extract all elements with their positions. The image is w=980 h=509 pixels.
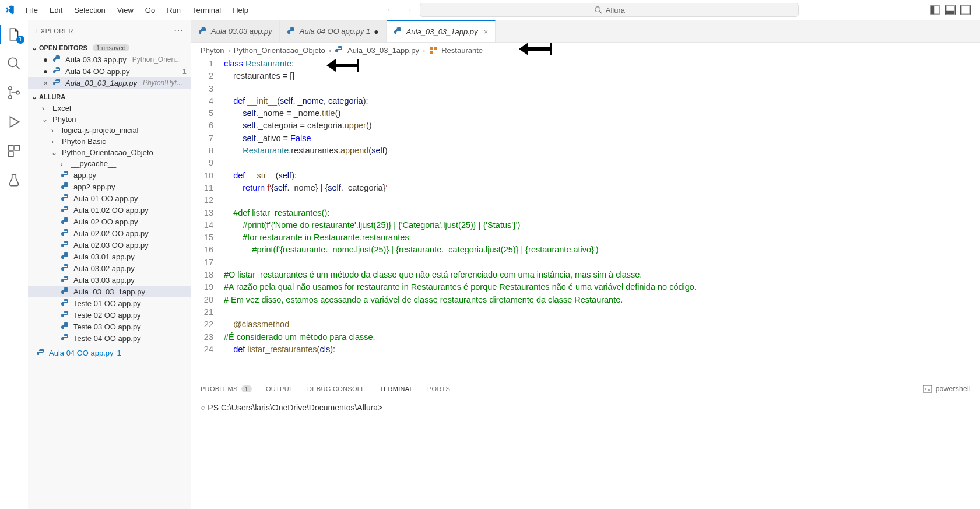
file-item[interactable]: Aula 01 OO app.py [28,192,191,204]
svg-point-15 [55,56,57,57]
svg-point-24 [64,241,65,243]
nav-back-icon[interactable]: ← [385,4,396,16]
titlebar: File Edit Selection View Go Run Terminal… [0,0,980,20]
menu-go[interactable]: Go [139,3,161,17]
file-item[interactable]: Aula_03_03_1app.py [28,286,191,297]
breadcrumb[interactable]: Phyton › Python_Orientacao_Objeto › Aula… [191,43,980,58]
file-item[interactable]: Aula 02 OO app.py [28,216,191,227]
menu-file[interactable]: File [20,3,44,17]
unsaved-badge: 1 unsaved [93,44,129,51]
breadcrumb-segment[interactable]: Python_Orientacao_Objeto [234,46,325,55]
file-item[interactable]: Teste 03 OO app.py [28,321,191,332]
activity-search-icon[interactable] [6,55,22,72]
folder-item[interactable]: ›__pycache__ [28,158,191,169]
python-file-icon [61,182,70,191]
file-item[interactable]: Aula 03.01 app.py [28,251,191,262]
editor-tab[interactable]: Aula 04 OO app.py 1● [280,20,387,42]
menu-run[interactable]: Run [161,3,187,17]
breadcrumb-symbol[interactable]: Restaurante [441,46,483,55]
panel-tab-terminal[interactable]: TERMINAL [380,383,413,395]
svg-point-23 [64,230,65,231]
layout-panel-bottom-icon[interactable] [945,5,956,15]
file-item[interactable]: Aula 03.02 app.py [28,262,191,274]
menu-help[interactable]: Help [227,3,254,17]
activity-explorer-icon[interactable]: 1 [6,26,22,43]
python-file-icon [61,287,70,296]
code-content[interactable]: class Restaurante: restaurantes = [] def… [224,58,980,378]
terminal-shell-label[interactable]: powershell [936,385,971,393]
menu-edit[interactable]: Edit [44,3,68,17]
python-file-icon [36,348,45,357]
panel-tabs: PROBLEMS 1 OUTPUT DEBUG CONSOLE TERMINAL… [191,378,980,399]
python-file-icon [61,252,70,261]
code-editor[interactable]: 123456789101112131415161718192021222324 … [191,58,980,378]
annotation-arrow-icon [518,39,553,59]
svg-point-31 [64,323,65,324]
nav-forward-icon[interactable]: → [402,4,414,16]
svg-point-16 [55,68,57,69]
file-item[interactable]: Teste 02 OO app.py [28,309,191,321]
breadcrumb-segment[interactable]: Phyton [201,46,224,55]
svg-point-20 [64,195,65,196]
folder-item[interactable]: ⌄Python_Orientacao_Objeto [28,147,191,158]
svg-point-21 [64,206,65,208]
python-file-icon [61,217,70,226]
chevron-down-icon: ⌄ [31,93,37,101]
open-editor-item[interactable]: ●Aula 04 OO app.py1 [28,65,191,77]
terminal-prompt: PS C:\Users\laris\OneDrive\Documentos\Al… [208,403,382,412]
explorer-sidebar: EXPLORER ⋯ ⌄ OPEN EDITORS 1 unsaved ●Aul… [28,20,191,509]
editor-tabs: Aula 03.03 app.pyAula 04 OO app.py 1●Aul… [191,20,980,43]
folder-item[interactable]: ⌄Phyton [28,114,191,125]
menu-view[interactable]: View [111,3,139,17]
svg-rect-12 [8,145,13,150]
terminal-body[interactable]: ○ PS C:\Users\laris\OneDrive\Documentos\… [191,399,980,509]
python-file-icon [198,27,208,36]
folder-item[interactable]: ›Excel [28,103,191,114]
svg-rect-13 [15,145,20,150]
chevron-right-icon: › [329,46,331,55]
folder-item[interactable]: ›logica-js-projeto_inicial [28,125,191,136]
python-file-icon [61,229,70,238]
panel-tab-ports[interactable]: PORTS [427,383,450,395]
folder-item[interactable]: ›Phyton Basic [28,136,191,147]
outline-file-item[interactable]: Aula 04 OO app.py 1 [28,346,191,359]
file-item[interactable]: Aula 02.03 OO app.py [28,239,191,251]
activity-source-control-icon[interactable] [6,85,22,101]
editor-tab[interactable]: Aula 03.03 app.py [191,20,280,42]
svg-rect-5 [946,11,954,14]
close-icon[interactable]: × [484,27,489,36]
file-item[interactable]: Aula 01.02 OO app.py [28,204,191,216]
open-editors-header[interactable]: ⌄ OPEN EDITORS 1 unsaved [28,42,191,54]
open-editor-item[interactable]: ●Aula 03.03 app.pyPython_Orien... [28,54,191,65]
file-item[interactable]: Teste 01 OO app.py [28,297,191,309]
layout-panel-left-icon[interactable] [930,5,940,15]
svg-point-36 [396,28,397,29]
python-file-icon [52,55,62,64]
workspace-folder-header[interactable]: ⌄ ALLURA [28,91,191,103]
panel-tab-debug-console[interactable]: DEBUG CONSOLE [307,383,366,395]
file-item[interactable]: Aula 03.03 app.py [28,274,191,286]
file-item[interactable]: app.py [28,169,191,181]
breadcrumb-segment[interactable]: Aula_03_03_1app.py [347,46,419,55]
open-editor-item[interactable]: ×Aula_03_03_1app.pyPhyton\Pyt... [28,77,191,89]
editor-tab[interactable]: Aula_03_03_1app.py× [387,20,496,42]
panel-tab-problems[interactable]: PROBLEMS 1 [201,383,252,395]
command-center-search[interactable]: Allura [420,3,799,17]
activity-testing-icon[interactable] [6,172,22,188]
svg-point-35 [290,28,291,29]
svg-point-10 [9,96,12,99]
activity-extensions-icon[interactable] [6,143,22,159]
close-icon[interactable]: × [42,79,49,87]
panel-tab-output[interactable]: OUTPUT [266,383,293,395]
python-file-icon [61,275,70,285]
file-item[interactable]: Teste 04 OO app.py [28,332,191,344]
layout-panel-right-icon[interactable] [960,5,971,15]
explorer-more-icon[interactable]: ⋯ [174,25,184,36]
terminal-shell-icon [923,384,932,394]
file-item[interactable]: app2 app.py [28,181,191,192]
menu-selection[interactable]: Selection [68,3,111,17]
activity-run-debug-icon[interactable] [6,114,22,130]
menu-terminal[interactable]: Terminal [187,3,227,17]
file-item[interactable]: Aula 02.02 OO app.py [28,227,191,239]
class-symbol-icon [428,45,438,55]
